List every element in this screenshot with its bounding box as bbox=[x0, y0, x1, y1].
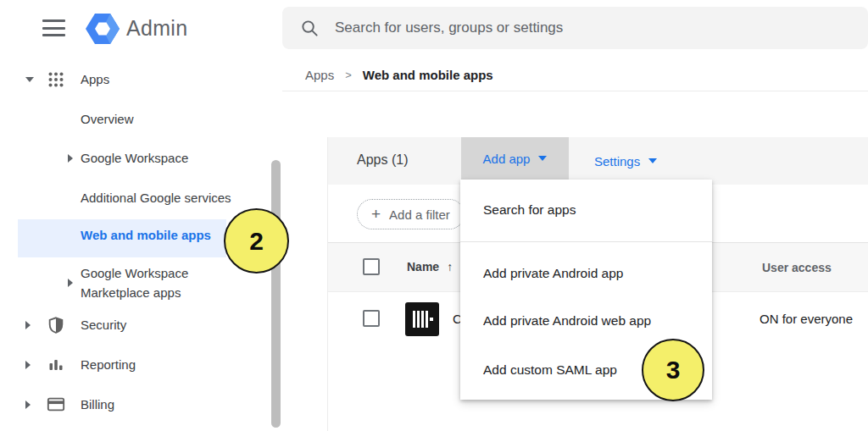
hamburger-menu-icon[interactable] bbox=[42, 19, 65, 36]
menu-item-search-for-apps[interactable]: Search for apps bbox=[460, 180, 712, 240]
settings-button[interactable]: Settings bbox=[594, 137, 657, 185]
apps-count-label: Apps (1) bbox=[357, 152, 408, 168]
add-filter-label: Add a filter bbox=[389, 207, 450, 222]
annotation-step-3-badge: 3 bbox=[642, 339, 704, 401]
shield-icon bbox=[47, 316, 65, 334]
menu-divider bbox=[460, 241, 712, 242]
select-all-checkbox[interactable] bbox=[363, 258, 380, 275]
search-icon bbox=[300, 19, 320, 38]
sidebar-item-label: Additional Google services bbox=[81, 187, 231, 209]
sidebar-item-label: Reporting bbox=[81, 354, 136, 376]
row-checkbox[interactable] bbox=[363, 310, 380, 327]
column-name-label: Name bbox=[407, 260, 439, 274]
add-filter-chip[interactable]: + Add a filter bbox=[357, 199, 465, 229]
sidebar-item-overview[interactable]: Overview bbox=[0, 108, 254, 130]
chevron-right-icon[interactable] bbox=[25, 361, 31, 369]
dropdown-arrow-icon bbox=[538, 156, 547, 161]
bar-chart-icon bbox=[47, 356, 64, 373]
settings-label: Settings bbox=[594, 154, 640, 169]
sidebar-item-label: Apps bbox=[81, 69, 109, 91]
sidebar-item-billing[interactable]: Billing bbox=[0, 394, 254, 416]
apps-grid-icon bbox=[47, 71, 64, 88]
column-header-user-access: User access bbox=[762, 261, 832, 274]
column-header-name[interactable]: Name ↑ bbox=[407, 260, 453, 274]
breadcrumb-current: Web and mobile apps bbox=[363, 68, 493, 82]
add-app-label: Add app bbox=[483, 152, 531, 166]
menu-item-add-private-android-app[interactable]: Add private Android app bbox=[460, 251, 712, 296]
plus-icon: + bbox=[371, 205, 381, 224]
sidebar-item-label[interactable]: Google Workspace Marketplace apps bbox=[81, 263, 235, 302]
menu-item-add-private-android-web-app[interactable]: Add private Android web app bbox=[460, 299, 712, 343]
sidebar-item-label: Overview bbox=[81, 108, 134, 130]
apps-toolbar: Apps (1) Add app Settings bbox=[328, 137, 868, 185]
brand-title: Admin bbox=[126, 16, 187, 41]
chevron-right-icon[interactable] bbox=[25, 321, 31, 329]
sidebar-item-security[interactable]: Security bbox=[0, 314, 254, 336]
google-admin-logo[interactable] bbox=[84, 10, 121, 51]
app-logo-icon bbox=[405, 302, 439, 336]
chevron-down-icon[interactable] bbox=[25, 77, 34, 82]
chevron-right-icon[interactable] bbox=[68, 154, 73, 163]
dropdown-arrow-icon bbox=[648, 158, 657, 163]
sidebar-item-apps[interactable]: Apps bbox=[0, 69, 254, 91]
sidebar-item-label-selected[interactable]: Web and mobile apps bbox=[81, 228, 211, 242]
breadcrumb: Apps > Web and mobile apps bbox=[305, 68, 493, 82]
sidebar-item-label: Security bbox=[81, 314, 126, 336]
chevron-right-icon[interactable] bbox=[68, 279, 73, 287]
sidebar-item-additional-google-services[interactable]: Additional Google services bbox=[0, 187, 254, 209]
breadcrumb-separator: > bbox=[345, 69, 352, 81]
admin-hexagon-icon bbox=[84, 10, 121, 47]
global-search-bar[interactable] bbox=[282, 7, 868, 49]
sidebar-item-reporting[interactable]: Reporting bbox=[0, 354, 254, 376]
search-input[interactable] bbox=[335, 19, 810, 36]
sidebar-item-label: Billing bbox=[81, 394, 114, 416]
sidebar-item-label: Google Workspace bbox=[81, 147, 188, 169]
sort-ascending-icon: ↑ bbox=[447, 260, 453, 274]
user-access-cell: ON for everyone bbox=[760, 312, 853, 326]
add-app-button[interactable]: Add app bbox=[461, 137, 569, 180]
credit-card-icon bbox=[47, 396, 65, 413]
breadcrumb-divider bbox=[282, 91, 868, 91]
chevron-right-icon[interactable] bbox=[25, 401, 31, 409]
sidebar-scrollbar-thumb[interactable] bbox=[271, 160, 281, 428]
breadcrumb-parent-link[interactable]: Apps bbox=[305, 68, 334, 82]
annotation-step-2-badge: 2 bbox=[224, 208, 289, 274]
sidebar-item-google-workspace[interactable]: Google Workspace bbox=[0, 147, 254, 169]
